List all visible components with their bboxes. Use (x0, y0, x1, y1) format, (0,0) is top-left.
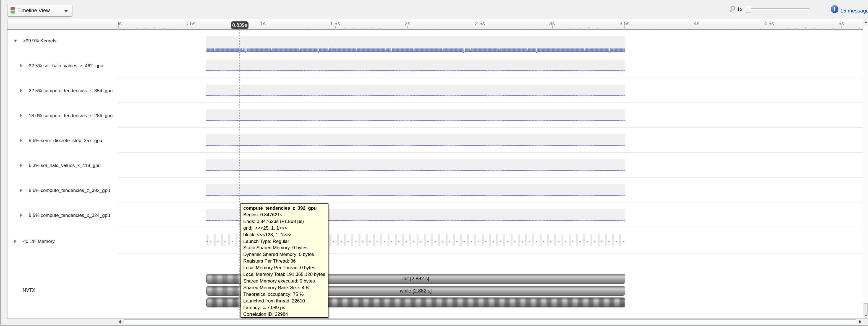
chevron-down-icon (64, 10, 68, 12)
tooltip-title: compute_tendencies_z_392_gpu (243, 205, 326, 212)
kernel-row-band[interactable] (206, 84, 625, 96)
tooltip-line: Begins: 0.847621s (243, 212, 326, 218)
tooltip-line: Shared Memory executed: 0 bytes (243, 278, 326, 284)
tooltip-line: Latency: ←7.089 μs (243, 304, 326, 311)
tooltip-line: grid: <<<25, 1, 1>>> (243, 225, 326, 232)
nvtx-init-label: init [2.882 s] (402, 276, 429, 282)
vertical-scrollbar[interactable] (863, 19, 868, 319)
sidebar-item-kernel[interactable]: 22.5% compute_tendencies_z_354_gpu (29, 88, 113, 93)
info-icon[interactable]: i (831, 5, 838, 13)
ruler-label: 1s (260, 21, 266, 27)
ruler-label: 4.5s (764, 21, 774, 27)
expander-right-icon[interactable] (20, 189, 22, 192)
window-bottom-edge (0, 325, 868, 326)
zoom-slider-handle[interactable] (745, 6, 751, 12)
tooltip-line: Dynamic Shared Memory: 0 bytes (243, 251, 326, 258)
ruler-label: 3s (549, 21, 555, 27)
kernel-row-marks[interactable] (206, 170, 625, 171)
nvtx-while-stripes (207, 286, 240, 296)
ruler-label: 0s (118, 21, 122, 27)
expander-right-icon[interactable] (20, 164, 22, 167)
tooltip-line: Local Memory Total: 191,365,120 bytes (243, 271, 326, 278)
kernel-row-band[interactable] (206, 59, 625, 71)
row-separator (118, 202, 863, 202)
zoom-level-label: 1x (737, 6, 743, 12)
expander-right-icon[interactable] (20, 214, 22, 217)
sidebar-item-kernel[interactable]: 5.5% compute_tendencies_x_324_gpu (29, 213, 110, 218)
row-separator (118, 177, 863, 178)
row-separator (118, 227, 863, 227)
nvtx-init-stripes (207, 274, 240, 283)
kernels-marks[interactable] (207, 49, 625, 52)
tooltip-line: Shared Memory Bank Size: 4 B (243, 284, 326, 291)
sidebar-item-kernel[interactable]: 18.0% compute_tendencies_x_286_gpu (29, 113, 113, 118)
tooltip-line: Launched from thread: 22610 (243, 298, 326, 304)
time-cursor-line (239, 29, 240, 318)
ruler-label: 2s (405, 21, 410, 27)
view-selector-dropdown[interactable]: Timeline View (7, 5, 72, 17)
sidebar-item-kernels[interactable]: >99.9% Kernels (23, 38, 56, 44)
kernel-row-marks[interactable] (206, 70, 625, 71)
ruler-label: 3.5s (619, 21, 629, 27)
row-separator (118, 78, 863, 78)
expander-right-icon[interactable] (20, 89, 22, 92)
time-cursor-badge: 0.839s (231, 21, 249, 29)
sidebar-item-kernel[interactable]: 5.6% compute_tendencies_z_392_gpu (29, 188, 110, 193)
vertical-scrollbar-thumb[interactable] (864, 303, 868, 315)
kernel-row-marks[interactable] (206, 195, 625, 196)
sidebar-item-memory[interactable]: <0.1% Memory (23, 239, 55, 244)
panel-bottom-border (7, 319, 868, 319)
nvtx-while-label: while [2.882 s] (400, 288, 432, 294)
expander-right-icon[interactable] (14, 240, 17, 243)
tooltip-line: Theoretical occupancy: 75 % (243, 291, 326, 298)
window-left-edge (0, 0, 1, 326)
memory-first-mark (207, 241, 208, 242)
time-ruler[interactable]: 0s 0.5s 1s 1.5s 2s 2.5s 3s 3.5s 4s 4.5s … (118, 19, 863, 30)
tooltip-line: Launch Type: Regular (243, 238, 326, 245)
kernel-row-marks[interactable] (206, 120, 625, 121)
view-selector-label: Timeline View (18, 7, 50, 13)
kernel-row-marks[interactable] (206, 145, 625, 146)
tooltip-line: Registers Per Thread: 36 (243, 258, 326, 265)
sidebar-item-kernel[interactable]: 32.5% set_halo_values_z_462_gpu (29, 63, 103, 69)
vscroll-divider (863, 19, 863, 319)
zoom-magnifier-icon (731, 6, 735, 10)
sidebar-item-kernel[interactable]: 9.6% semi_discrete_step_257_gpu (29, 138, 102, 143)
kernel-row-band[interactable] (206, 184, 625, 196)
row-separator (118, 152, 863, 153)
kernel-row-band[interactable] (206, 109, 625, 121)
scroll-up-button[interactable] (863, 19, 868, 26)
zoom-slider-track[interactable] (748, 8, 810, 10)
kernel-tooltip: compute_tendencies_z_392_gpu Begins: 0.8… (241, 203, 329, 318)
tooltip-line: block: <<<128, 1, 1>>> (243, 232, 326, 238)
horizontal-scrollbar-thumb[interactable] (124, 319, 856, 324)
timeline-view-icon (10, 7, 15, 15)
ruler-label: 4s (694, 21, 700, 27)
kernel-row-marks[interactable] (206, 95, 625, 96)
kernel-row-band[interactable] (206, 159, 625, 171)
kernel-row-band[interactable] (206, 134, 625, 146)
expander-right-icon[interactable] (20, 139, 22, 142)
ruler-label: 5s (838, 21, 844, 27)
kernels-submarks (207, 52, 625, 53)
window-left-divider (4, 0, 4, 326)
row-separator (118, 253, 863, 254)
expander-right-icon[interactable] (20, 114, 22, 117)
tooltip-line: Static Shared Memory: 0 bytes (243, 245, 326, 251)
expander-right-icon[interactable] (20, 64, 22, 67)
scroll-left-button[interactable] (117, 319, 123, 325)
tooltip-line: Local Memory Per Thread: 0 bytes (243, 265, 326, 271)
sidebar-item-kernel[interactable]: 6.3% set_halo_values_x_419_gpu (29, 163, 101, 168)
tooltip-line: Correlation ID: 22984 (243, 311, 326, 318)
sidebar-item-nvtx[interactable]: NVTX (23, 288, 35, 293)
expander-down-icon[interactable] (14, 39, 17, 42)
tooltip-line: Ends: 0.847623s (+1.568 μs) (243, 218, 326, 225)
ruler-label: 1.5s (330, 21, 340, 27)
sidebar (7, 30, 118, 319)
scroll-right-button[interactable] (857, 319, 863, 325)
messages-link[interactable]: 15 messages (840, 8, 868, 14)
nsight-timeline-window: Timeline View 1x i 15 messages 0s 0.5s 1… (0, 0, 868, 326)
sidebar-timeline-divider[interactable] (118, 19, 118, 319)
ruler-label: 2.5s (475, 21, 485, 27)
ruler-label: 0.5s (185, 21, 195, 27)
